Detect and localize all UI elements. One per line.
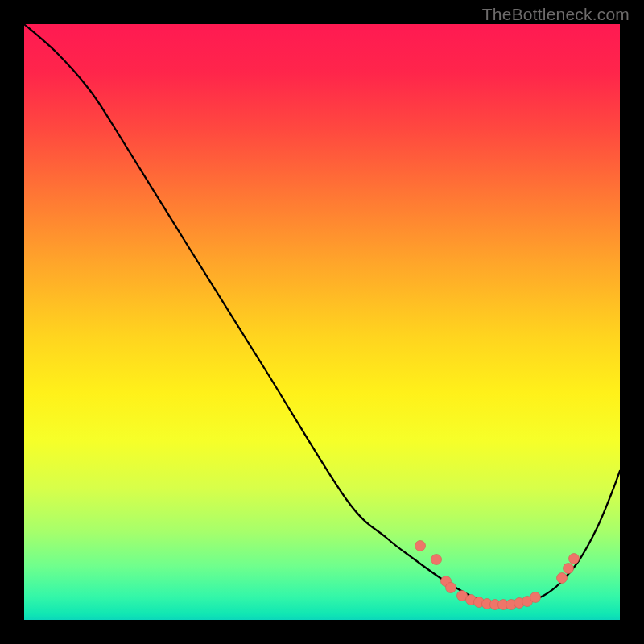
data-point-dot — [557, 573, 568, 584]
chart-svg — [24, 24, 620, 620]
curve-dots — [415, 541, 580, 610]
attribution-text: TheBottleneck.com — [482, 5, 630, 24]
data-point-dot — [446, 583, 456, 593]
data-point-dot — [530, 592, 541, 603]
data-point-dot — [569, 554, 580, 564]
data-point-dot — [431, 555, 442, 565]
bottleneck-curve — [24, 24, 620, 605]
data-point-dot — [415, 541, 426, 551]
chart-container: TheBottleneck.com — [0, 0, 644, 644]
plot-area — [24, 24, 620, 620]
data-point-dot — [564, 564, 574, 574]
